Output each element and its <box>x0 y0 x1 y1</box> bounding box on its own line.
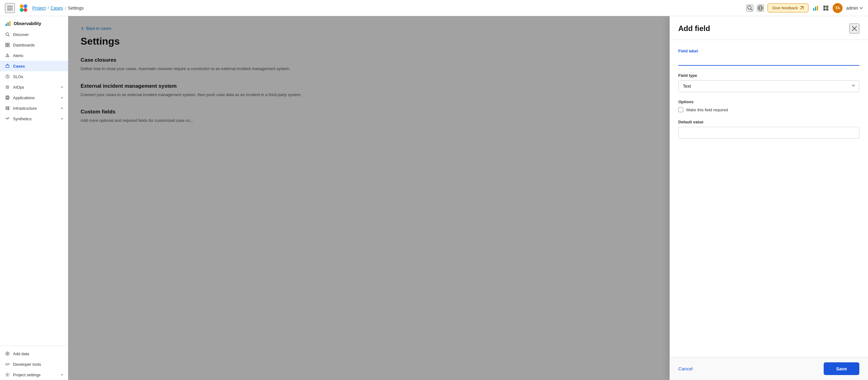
sidebar-item-slos[interactable]: SLOs <box>0 71 68 82</box>
svg-rect-15 <box>824 6 826 8</box>
make-required-label[interactable]: Make this field required <box>686 107 728 112</box>
svg-rect-17 <box>824 8 826 10</box>
svg-rect-35 <box>6 97 9 98</box>
content-area: Back to cases Settings Case closures Def… <box>68 16 868 380</box>
default-value-group: Default value <box>678 120 859 138</box>
sidebar-item-label-cases: Cases <box>13 64 25 68</box>
sidebar-item-applications[interactable]: Applications ▾ <box>0 92 68 103</box>
default-value-label: Default value <box>678 120 859 124</box>
search-button[interactable] <box>746 5 753 11</box>
save-button[interactable]: Save <box>824 362 859 375</box>
sidebar-item-project-settings[interactable]: Project settings ▾ <box>0 370 68 380</box>
sidebar-item-label-synthetics: Synthetics <box>13 117 32 121</box>
cancel-button[interactable]: Cancel <box>678 363 693 374</box>
breadcrumb-cases[interactable]: Cases <box>51 6 63 10</box>
grid-icon[interactable] <box>823 5 829 11</box>
svg-rect-2 <box>7 10 13 10</box>
add-data-icon <box>5 351 10 356</box>
give-feedback-button[interactable]: Give feedback <box>768 3 808 12</box>
sidebar-item-discover[interactable]: Discover <box>0 29 68 40</box>
field-label-text: Field label <box>678 49 859 53</box>
bar-chart-icon[interactable] <box>812 5 819 11</box>
sidebar-item-cases[interactable]: Cases <box>0 61 68 71</box>
breadcrumb-sep1: / <box>48 6 49 10</box>
sidebar-item-label-aiops: AIOps <box>13 85 24 90</box>
svg-rect-36 <box>6 96 9 97</box>
sidebar-item-label-applications: Applications <box>13 95 35 100</box>
sidebar-item-alerts[interactable]: Alerts <box>0 50 68 61</box>
svg-point-41 <box>8 109 9 109</box>
sidebar-divider <box>0 346 68 346</box>
svg-point-5 <box>20 8 24 12</box>
svg-point-4 <box>24 4 27 8</box>
top-header: Project / Cases / Settings Give feedback <box>0 0 868 16</box>
svg-point-40 <box>8 107 9 107</box>
sidebar-item-label-slos: SLOs <box>13 74 23 79</box>
sidebar-item-infrastructure[interactable]: Infrastructure ▾ <box>0 103 68 114</box>
cases-icon <box>5 64 10 68</box>
svg-point-6 <box>24 8 27 12</box>
sidebar-item-label-infrastructure: Infrastructure <box>13 106 37 110</box>
project-settings-icon <box>5 372 10 377</box>
field-label-group: Field label <box>678 49 859 66</box>
panel-body: Field label Field type Text Number Date … <box>670 40 868 357</box>
sidebar-item-dashboards[interactable]: Dashboards <box>0 40 68 50</box>
breadcrumb: Project / Cases / Settings <box>32 6 84 10</box>
sidebar-item-label-developer-tools: Developer tools <box>13 362 41 367</box>
svg-line-23 <box>8 35 10 37</box>
sidebar-item-label-add-data: Add data <box>13 351 29 356</box>
svg-rect-26 <box>6 45 7 47</box>
default-value-input[interactable] <box>678 127 859 138</box>
admin-dropdown[interactable]: admin <box>846 6 863 10</box>
alerts-icon <box>5 53 10 58</box>
sidebar-section-title: Observability <box>13 21 41 26</box>
field-type-group: Field type Text Number Date Toggle <box>678 73 859 92</box>
field-type-select-wrapper: Text Number Date Toggle <box>678 80 859 92</box>
sidebar: Observability Discover Dashboards Alerts <box>0 16 68 380</box>
breadcrumb-sep2: / <box>65 6 66 10</box>
applications-expand-icon: ▾ <box>61 96 63 100</box>
field-type-select[interactable]: Text Number Date Toggle <box>678 80 859 92</box>
aiops-icon <box>5 85 10 90</box>
svg-line-45 <box>7 363 8 366</box>
svg-rect-30 <box>6 65 9 68</box>
svg-rect-24 <box>6 43 7 44</box>
svg-rect-20 <box>7 22 9 26</box>
hamburger-button[interactable] <box>5 3 15 13</box>
give-feedback-label: Give feedback <box>772 6 798 10</box>
breadcrumb-project[interactable]: Project <box>32 6 46 10</box>
discover-icon <box>5 32 10 37</box>
close-panel-button[interactable] <box>849 24 859 33</box>
applications-icon <box>5 95 10 100</box>
sidebar-item-label-dashboards: Dashboards <box>13 43 35 48</box>
sidebar-item-synthetics[interactable]: Synthetics ▾ <box>0 114 68 124</box>
svg-point-46 <box>7 374 8 375</box>
svg-rect-27 <box>8 45 9 47</box>
options-group: Options Make this field required <box>678 99 859 112</box>
field-label-input[interactable] <box>678 55 859 66</box>
sidebar-item-add-data[interactable]: Add data <box>0 348 68 359</box>
svg-rect-25 <box>8 43 9 44</box>
aiops-expand-icon: ▾ <box>61 85 63 89</box>
sidebar-section-header: Observability <box>0 16 68 29</box>
svg-rect-1 <box>7 8 13 8</box>
slos-icon <box>5 74 10 79</box>
svg-rect-18 <box>826 8 828 10</box>
svg-rect-21 <box>9 21 10 26</box>
panel-header: Add field <box>670 16 868 40</box>
globe-button[interactable] <box>757 5 764 11</box>
logo[interactable] <box>19 3 29 13</box>
sidebar-item-label-project-settings: Project settings <box>13 373 41 377</box>
svg-rect-19 <box>6 24 7 26</box>
add-field-panel: Add field Field label Field type <box>670 16 868 380</box>
admin-label: admin <box>846 6 858 10</box>
sidebar-item-developer-tools[interactable]: Developer tools <box>0 359 68 370</box>
svg-rect-32 <box>6 86 9 88</box>
infrastructure-icon <box>5 106 10 110</box>
options-label: Options <box>678 99 859 104</box>
sidebar-item-aiops[interactable]: AIOps ▾ <box>0 82 68 92</box>
sidebar-item-label-alerts: Alerts <box>13 53 23 58</box>
avatar[interactable]: TA <box>833 3 843 13</box>
synthetics-expand-icon: ▾ <box>61 117 63 121</box>
make-required-checkbox[interactable] <box>678 107 683 112</box>
